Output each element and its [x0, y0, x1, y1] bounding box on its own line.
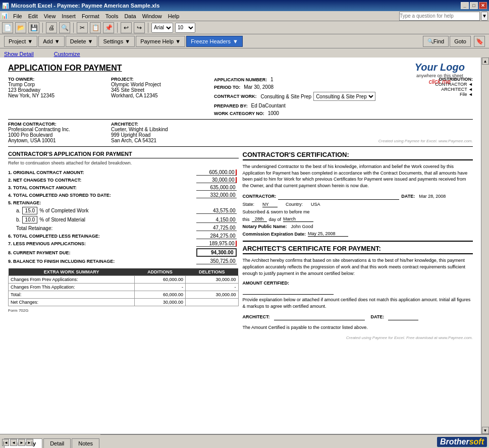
tab-last-button[interactable]: ►|	[26, 439, 33, 446]
redo-button[interactable]: ↪	[134, 22, 145, 33]
prepared-by-value: Ed DaCountant	[251, 103, 285, 108]
tab-detail[interactable]: Detail	[43, 438, 71, 448]
window-title: Microsoft Excel - Paymee: Paymee America…	[11, 3, 159, 9]
month-input[interactable]	[283, 216, 313, 222]
minimize-button[interactable]: _	[461, 2, 469, 9]
total-retainage: Total Retainage: 47,725.00	[8, 225, 239, 231]
day-input[interactable]	[252, 216, 267, 222]
state-input[interactable]	[262, 202, 278, 207]
menu-help[interactable]: Help	[165, 12, 183, 20]
scroll-up-button[interactable]: ▲	[482, 58, 489, 65]
retainage-a-input[interactable]	[22, 207, 37, 214]
restore-button[interactable]: □	[470, 2, 478, 9]
app-title: APPLICATION FOR PAYMENT	[8, 64, 473, 73]
settings-button[interactable]: Settings ▼	[98, 36, 135, 47]
retainage-b: b. % of Stored Material 4,150.00	[8, 216, 239, 223]
menu-view[interactable]: View	[41, 12, 59, 20]
help-search-input[interactable]	[399, 12, 480, 21]
open-button[interactable]: 📂	[15, 22, 26, 33]
contractor-addr1: 1000 Pro Boulevard	[8, 132, 109, 138]
line-item-9: 9. BALANCE TO FINISH INCLUDING RETAINAGE…	[8, 258, 239, 264]
owner-label: TO OWNER:	[8, 77, 109, 82]
menu-insert[interactable]: Insert	[59, 12, 79, 20]
row2-label: Changes From This Application:	[9, 284, 135, 291]
retainage-b-input[interactable]	[22, 216, 37, 223]
amount-cert-sub: Provide explanation below or attached if…	[243, 297, 473, 309]
delete-button[interactable]: Delete ▼	[66, 36, 98, 47]
logo-area[interactable]: Your Logo anywhere on this sheet click m…	[415, 62, 465, 85]
size-select[interactable]: 10	[175, 23, 195, 33]
prepared-by-label: PREPARED BY:	[214, 103, 248, 108]
contractor-addr2: Anytown, USA 10001	[8, 138, 109, 143]
add-button[interactable]: Add ▼	[38, 36, 65, 47]
line-item-8: 8. CURRENT PAYMENT DUE: 94,300.00	[8, 248, 239, 257]
project-block: PROJECT: Olympic World Project 345 Site …	[111, 77, 212, 116]
menu-edit[interactable]: Edit	[25, 12, 41, 20]
table-row: Total: 60,000.00 30,000.00	[9, 291, 239, 299]
amount-certified-label: AMOUNT CERTIFIED:	[243, 281, 473, 286]
work-category-label: WORK CATEGORY No:	[214, 111, 264, 116]
customize-link[interactable]: Customize	[54, 51, 80, 57]
this-text: this	[243, 217, 250, 222]
arch-cert-text: The Architect hereby confirms that based…	[243, 257, 473, 276]
tab-prev-button[interactable]: ◄	[10, 439, 17, 446]
row4-deletions	[186, 299, 238, 306]
undo-button[interactable]: ↩	[121, 22, 132, 33]
save-button[interactable]: 💾	[28, 22, 39, 33]
table-row: Changes From Prev Applications: 60,000.0…	[9, 276, 239, 284]
contractor-label: FROM CONTRACTOR:	[8, 122, 109, 127]
line6-value: 284,275.00	[196, 233, 237, 239]
dist-architect: ARCHITECT ◄	[435, 87, 473, 92]
menu-tools[interactable]: Tools	[102, 12, 122, 20]
print-preview-button[interactable]: 🔍	[59, 22, 70, 33]
cut-button[interactable]: ✂	[77, 22, 88, 33]
tab-notes[interactable]: Notes	[72, 438, 99, 448]
contractor-architect-row: FROM CONTRACTOR: Profesional Contracting…	[8, 122, 473, 147]
vertical-scrollbar[interactable]: ▲ ▼	[481, 58, 489, 434]
main-content: CONTRACTOR'S APPLICATION FOR PAYMENT Ref…	[8, 151, 473, 340]
line-item-4: 4. TOTAL COMPLETED AND STORED TO DATE: 3…	[8, 192, 239, 198]
bookmark-button[interactable]: 🔖	[474, 36, 485, 47]
project-button[interactable]: Project ▼	[4, 36, 37, 47]
paymee-help-button[interactable]: Paymee Help ▼	[136, 36, 185, 47]
line4-value: 332,000.00	[196, 192, 237, 198]
watermark1: Created using Paymee for Excel. www.Paym…	[214, 138, 473, 143]
owner-block: TO OWNER: Trump Corp 123 Broadway New Yo…	[8, 77, 109, 116]
scroll-down-button[interactable]: ▼	[482, 427, 489, 434]
copy-button[interactable]: 📋	[90, 22, 101, 33]
paymee-toolbar: Project ▼ Add ▼ Delete ▼ Settings ▼ Paym…	[0, 34, 489, 48]
country-label: Country:	[286, 202, 303, 207]
notary-label: Notary Public Name:	[243, 224, 287, 229]
owner-addr2: New York, NY 12345	[8, 93, 109, 98]
find-button[interactable]: 🔍 Find	[423, 36, 449, 47]
font-select[interactable]: Arial	[151, 23, 173, 33]
line8-value: 94,300.00	[196, 248, 237, 257]
table-row: Net Changes: 30,000.00	[9, 299, 239, 306]
dist-file: File ◄	[435, 92, 473, 97]
form-number: Form 702G	[8, 308, 239, 313]
line-item-1: 1. ORIGINAL CONTRACT AMOUNT: 605,000.00	[8, 170, 239, 176]
print-button[interactable]: 🖨	[46, 22, 57, 33]
contract-work-select[interactable]: Consulting & Site Prep	[313, 92, 375, 101]
cert-text: The undersigned Contractor to the best o…	[243, 163, 473, 189]
menu-format[interactable]: Format	[79, 12, 102, 20]
retainage-a-label: a. % of Completed Work	[16, 207, 88, 214]
menu-data[interactable]: Data	[121, 12, 139, 20]
menu-bar: 📊 File Edit View Insert Format Tools Dat…	[0, 11, 489, 21]
freeze-headers-button[interactable]: Freeze Headers ▼	[186, 36, 243, 47]
watermark2-area: Created using Paymee for Excel. Free dow…	[243, 335, 473, 340]
close-button[interactable]: ✕	[479, 2, 487, 9]
paste-button[interactable]: 📌	[103, 22, 114, 33]
goto-button[interactable]: Goto	[450, 36, 471, 47]
menu-file[interactable]: File	[10, 12, 25, 20]
arch-cert-section: ARCHITECT'S CERTIFICATE FOR PAYMENT: The…	[243, 241, 473, 340]
tab-first-button[interactable]: |◄	[2, 439, 9, 446]
commission-input[interactable]	[308, 231, 348, 237]
app-icon-small: 📊	[1, 13, 8, 19]
new-button[interactable]: 📄	[2, 22, 13, 33]
help-search-button[interactable]: ▼	[481, 12, 488, 21]
tab-next-button[interactable]: ►	[18, 439, 25, 446]
menu-window[interactable]: Window	[139, 12, 165, 20]
retainage-a: a. % of Completed Work 43,575.00	[8, 207, 239, 214]
show-detail-link[interactable]: Show Detail	[4, 51, 34, 57]
